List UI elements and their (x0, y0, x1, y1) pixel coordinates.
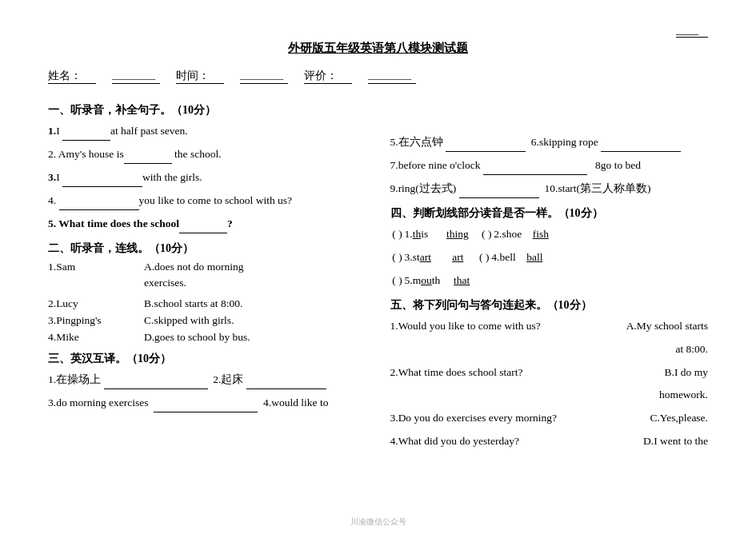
q1-1: 1.I at half past seven. (48, 122, 366, 141)
q1-2: 2. Amy's house is the school. (48, 145, 366, 164)
page-title: 外研版五年级英语第八模块测试题 (48, 41, 708, 56)
section5-title: 五、将下列问句与答句连起来。（10分） (390, 298, 709, 313)
match-1: 1.Sam A.does not do morning (48, 261, 366, 273)
judge-row-1: ( )1.this thing ( )2.shoe fish (390, 225, 709, 244)
trans-1: 1.在操场上 2.起床 (48, 371, 366, 389)
match5-4: 4.What did you do yesterday? D.I went to… (390, 432, 709, 451)
header-row: 姓名： ________ 时间： ________ 评价： ________ (48, 69, 708, 84)
match-left-1: 1.Sam (48, 261, 144, 273)
section4-title: 四、判断划线部分读音是否一样。（10分） (390, 206, 709, 221)
watermark: 川渝微信公众号 (350, 516, 406, 528)
q1-5: 5. What time does the school? (48, 215, 366, 233)
match5-1-cont: at 8:00. (390, 341, 709, 359)
section3-title: 三、英汉互译。（10分） (48, 352, 366, 366)
match5-2-cont: homework. (390, 386, 709, 404)
match-right-a: A.does not do morning (144, 261, 366, 273)
match-right-b: B.school starts at 8:00. (144, 297, 366, 310)
match-4: 4.Mike D.goes to school by bus. (48, 331, 366, 344)
q1-4: 4. you like to come to school with us? (48, 192, 366, 210)
trans-r3: 9.ring(过去式) 10.start(第三人称单数) (390, 180, 709, 198)
trans-r2: 7.before nine o'clock 8go to bed (390, 157, 709, 175)
trans-2: 3.do morning exercises 4.would like to (48, 394, 366, 412)
match-left-2: 2.Lucy (48, 297, 144, 310)
section1-title: 一、听录音，补全句子。（10分） (48, 103, 366, 118)
top-blank: ____ (676, 24, 708, 38)
name-label: 姓名： (48, 69, 96, 84)
match5-3: 3.Do you do exercises every morning? C.Y… (390, 409, 709, 428)
match5-1: 1.Would you like to come with us? A.My s… (390, 317, 709, 336)
trans-r1: 5.在六点钟 6.skipping rope (390, 134, 709, 152)
match-right-c: C.skipped with girls. (144, 314, 366, 327)
score-blank: ________ (368, 69, 416, 84)
judge-row-3: ( )5.mouth that (390, 272, 709, 290)
time-blank: ________ (240, 69, 288, 84)
match-left-3: 3.Pingping's (48, 314, 144, 327)
match-1-cont: exercises. (144, 274, 366, 293)
match-left-4: 4.Mike (48, 331, 144, 344)
match-3: 3.Pingping's C.skipped with girls. (48, 314, 366, 327)
name-blank: ________ (112, 69, 160, 84)
score-label: 评价： (304, 69, 352, 84)
match-2: 2.Lucy B.school starts at 8:00. (48, 297, 366, 310)
judge-row-2: ( )3.start art ( )4.bell ball (390, 249, 709, 267)
q1-3: 3.I with the girls. (48, 169, 366, 187)
section2-title: 二、听录音，连线。（10分） (48, 241, 366, 256)
match5-2: 2.What time does school start? B.I do my (390, 364, 709, 382)
time-label: 时间： (176, 69, 224, 84)
match-right-d: D.goes to school by bus. (144, 331, 366, 344)
